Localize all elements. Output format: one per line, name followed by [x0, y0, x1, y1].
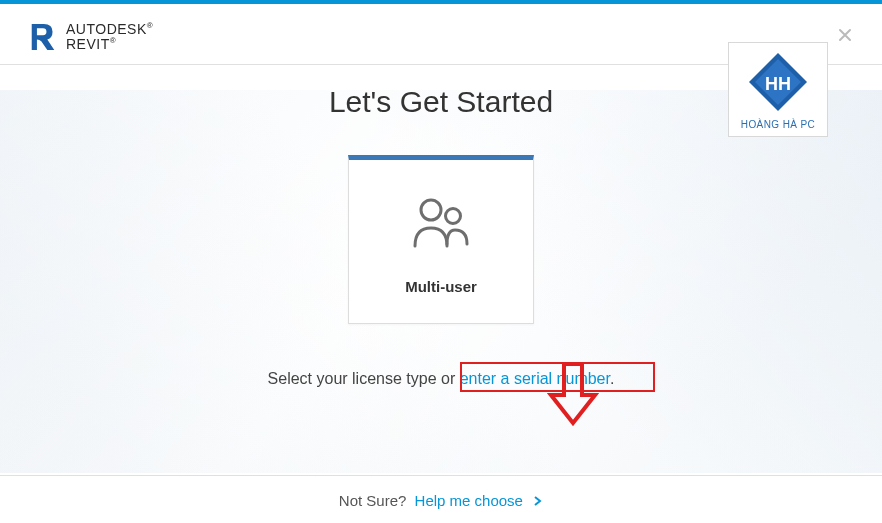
option-label: Multi-user [359, 278, 523, 295]
chevron-right-icon [533, 494, 543, 509]
close-button[interactable] [838, 28, 852, 46]
help-me-choose-link[interactable]: Help me choose [415, 492, 523, 509]
svg-point-3 [421, 200, 441, 220]
watermark-logo-icon: HH [745, 49, 811, 115]
brand-line1: AUTODESK [66, 21, 147, 37]
footer: Not Sure? Help me choose [0, 475, 882, 523]
watermark-label: HOÀNG HÀ PC [741, 119, 815, 130]
svg-point-4 [446, 209, 461, 224]
license-suffix: . [610, 370, 614, 387]
watermark-badge: HH HOÀNG HÀ PC [728, 42, 828, 137]
close-icon [838, 28, 852, 42]
enter-serial-link[interactable]: enter a serial number [460, 370, 610, 387]
not-sure-label: Not Sure? [339, 492, 407, 509]
brand-line2: REVIT [66, 36, 110, 52]
license-prefix: Select your license type or [268, 370, 460, 387]
revit-logo-icon [30, 22, 56, 52]
multi-user-icon [359, 196, 523, 256]
brand-block: AUTODESK® REVIT® [30, 22, 153, 52]
multi-user-option-card[interactable]: Multi-user [348, 155, 534, 324]
brand-text: AUTODESK® REVIT® [66, 22, 153, 51]
license-prompt: Select your license type or enter a seri… [0, 370, 882, 388]
svg-text:HH: HH [765, 74, 791, 94]
